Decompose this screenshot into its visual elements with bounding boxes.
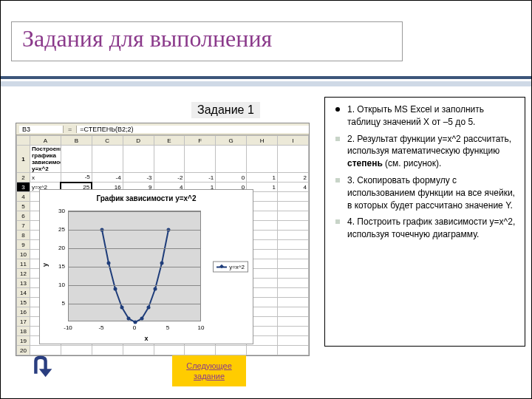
svg-point-7: [147, 306, 151, 310]
legend-swatch-icon: [216, 266, 227, 267]
back-button[interactable]: [24, 351, 57, 383]
instructions-panel: 1. Открыть MS Excel и заполнить таблицу …: [324, 97, 525, 347]
svg-point-3: [120, 306, 124, 310]
chart-ylabel: y: [41, 263, 49, 267]
next-task-label: Следующее задание: [172, 361, 246, 382]
fx-icon: =: [64, 126, 76, 133]
chart-panel: График зависимости y=x^2 y y=x^2 x 51015…: [39, 189, 253, 344]
svg-point-5: [134, 321, 137, 324]
legend-label: y=x^2: [229, 264, 245, 270]
instruction-item: 2. Результат функции y=x^2 рассчитать, и…: [328, 133, 517, 170]
u-turn-icon: [24, 351, 57, 383]
svg-point-2: [114, 287, 117, 291]
next-task-button[interactable]: Следующее задание: [172, 355, 246, 386]
decor-bars: [1, 76, 532, 86]
task-subtitle: Задание 1: [191, 102, 260, 118]
chart-plot-area: [68, 211, 201, 321]
svg-point-8: [154, 287, 157, 291]
svg-point-1: [107, 262, 111, 265]
instruction-item: 3. Скопировать формулу с использованием …: [328, 174, 517, 211]
svg-point-6: [140, 317, 144, 321]
instruction-item: 1. Открыть MS Excel и заполнить таблицу …: [328, 103, 517, 129]
excel-formula-bar: =СТЕПЕНЬ(B2;2): [76, 126, 309, 133]
chart-title: График зависимости y=x^2: [40, 194, 253, 202]
chart-xlabel: x: [40, 335, 253, 342]
excel-name-box: B3: [19, 126, 64, 133]
svg-point-4: [127, 317, 131, 321]
instruction-item: 4. Построить график зависимости y=x^2, и…: [328, 216, 517, 241]
chart-legend: y=x^2: [213, 262, 248, 273]
page-title: Задания для выполнения: [11, 21, 403, 61]
svg-point-9: [160, 262, 164, 265]
